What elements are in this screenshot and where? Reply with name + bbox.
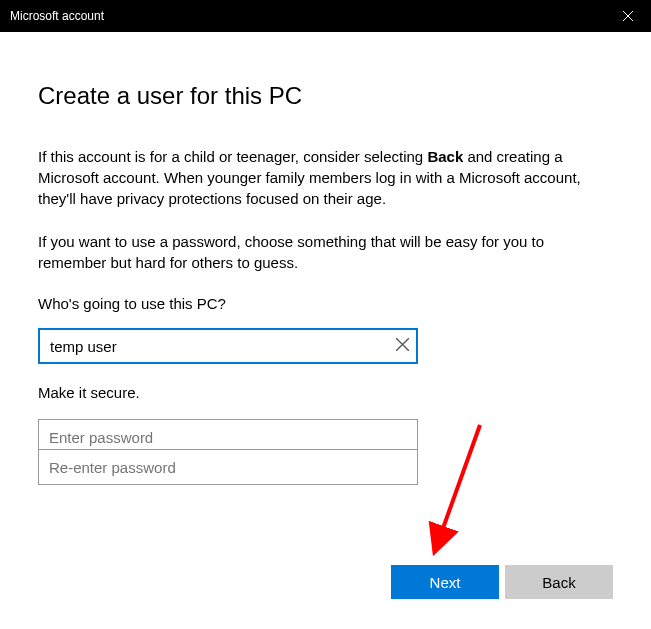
titlebar: Microsoft account — [0, 0, 651, 32]
intro1-bold: Back — [427, 148, 463, 165]
username-input[interactable] — [38, 328, 418, 364]
intro1-pre: If this account is for a child or teenag… — [38, 148, 427, 165]
back-button[interactable]: Back — [505, 565, 613, 599]
footer-buttons: Next Back — [391, 565, 613, 599]
page-title: Create a user for this PC — [38, 82, 613, 110]
password-confirm-input[interactable] — [38, 449, 418, 485]
username-input-wrap — [38, 328, 418, 364]
close-button[interactable] — [605, 0, 651, 32]
intro-paragraph-2: If you want to use a password, choose so… — [38, 231, 613, 273]
intro-paragraph-1: If this account is for a child or teenag… — [38, 146, 613, 209]
x-icon — [396, 337, 409, 355]
username-label: Who's going to use this PC? — [38, 295, 613, 312]
secure-label: Make it secure. — [38, 384, 613, 401]
window-title: Microsoft account — [10, 9, 104, 23]
content-area: Create a user for this PC If this accoun… — [0, 32, 651, 485]
next-button[interactable]: Next — [391, 565, 499, 599]
password2-input-wrap — [38, 449, 418, 485]
close-icon — [623, 7, 633, 25]
clear-username-button[interactable] — [394, 338, 410, 354]
